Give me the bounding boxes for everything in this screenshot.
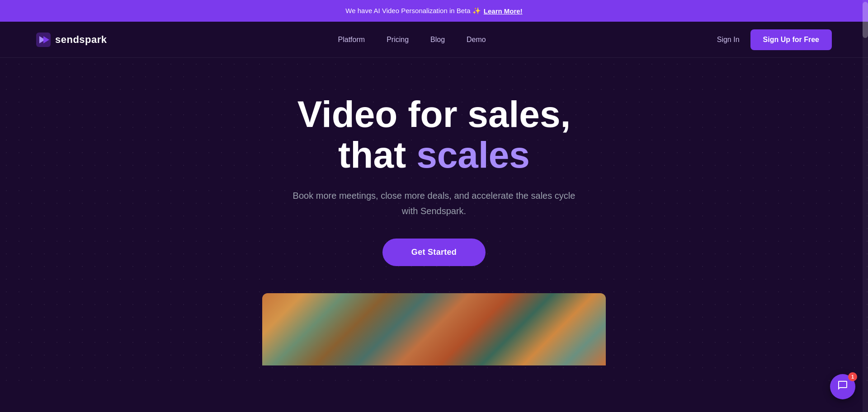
nav-link-blog[interactable]: Blog bbox=[430, 36, 445, 44]
hero-heading-line2-plain: that bbox=[338, 134, 416, 175]
hero-preview-image bbox=[262, 293, 606, 365]
logo-text: sendspark bbox=[55, 34, 107, 46]
nav-link-pricing[interactable]: Pricing bbox=[387, 36, 409, 44]
chat-widget[interactable]: 1 bbox=[830, 374, 855, 399]
scrollbar-thumb[interactable] bbox=[863, 2, 868, 38]
chat-widget-badge: 1 bbox=[848, 372, 857, 381]
sign-in-link[interactable]: Sign In bbox=[717, 36, 740, 44]
chat-icon bbox=[837, 380, 848, 393]
hero-heading: Video for sales, that scales bbox=[297, 94, 571, 175]
hero-section: Video for sales, that scales Book more m… bbox=[0, 58, 868, 384]
nav-links: Platform Pricing Blog Demo bbox=[338, 36, 486, 44]
scrollbar[interactable] bbox=[863, 0, 868, 412]
nav-link-demo[interactable]: Demo bbox=[467, 36, 486, 44]
announcement-link[interactable]: Learn More! bbox=[484, 7, 523, 15]
logo[interactable]: sendspark bbox=[36, 33, 107, 47]
announcement-bar: We have AI Video Personalization in Beta… bbox=[0, 0, 868, 22]
hero-heading-line1: Video for sales, bbox=[297, 94, 571, 135]
get-started-button[interactable]: Get Started bbox=[382, 239, 486, 266]
nav-actions: Sign In Sign Up for Free bbox=[717, 29, 832, 50]
announcement-text: We have AI Video Personalization in Beta… bbox=[345, 7, 481, 15]
signup-button[interactable]: Sign Up for Free bbox=[750, 29, 832, 50]
logo-icon bbox=[36, 33, 51, 47]
preview-inner bbox=[262, 293, 606, 365]
hero-subtext: Book more meetings, close more deals, an… bbox=[289, 188, 579, 219]
hero-heading-accent: scales bbox=[416, 134, 530, 175]
nav-link-platform[interactable]: Platform bbox=[338, 36, 365, 44]
navbar: sendspark Platform Pricing Blog Demo Sig… bbox=[0, 22, 868, 58]
